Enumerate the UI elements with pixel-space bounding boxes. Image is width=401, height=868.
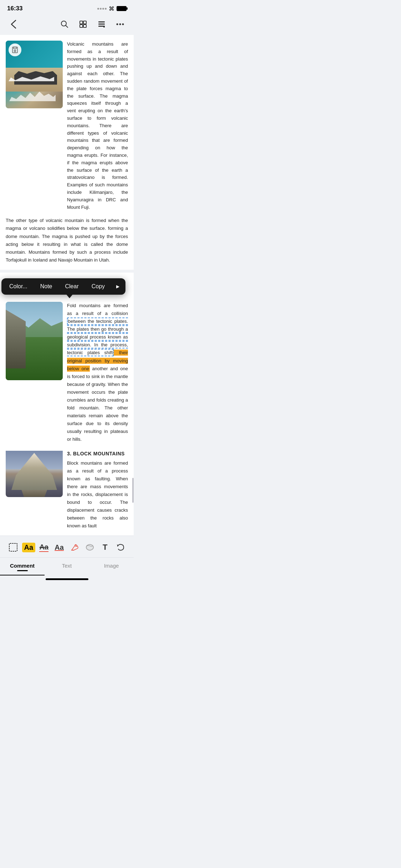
text-highlight-label: Aa [22,543,36,552]
svg-rect-5 [98,21,105,22]
status-icons: ⌘ [97,5,127,12]
tab-image[interactable]: Image [89,558,134,575]
mountain-image-container [6,302,63,444]
article-image-text-row: Volcanic mountains are formed as a resul… [6,41,128,211]
toolbar-right [58,18,127,31]
svg-point-11 [122,24,124,25]
bottom-tabs: Comment Text Image [0,557,134,575]
context-menu-area: Color... Note Clear Copy ▶ [6,278,128,300]
status-bar: 16:33 ⌘ [0,0,134,15]
text-underline-label: Aa [55,543,64,552]
context-menu-tail [66,294,73,298]
signal-dots-icon [97,8,107,10]
text-insert-button[interactable]: T [97,539,113,555]
tab-comment[interactable]: Comment [0,558,45,575]
fold-mountains-text: Fold mountains are formed as a result of… [67,302,128,444]
text-strikethrough-label: Aa [39,543,48,552]
brush-eraser-button[interactable] [67,539,82,555]
svg-rect-2 [83,21,86,24]
list-view-button[interactable] [95,18,108,31]
tab-text[interactable]: Text [45,558,89,575]
more-options-button[interactable] [114,18,127,31]
article-text-1: Volcanic mountains are formed as a resul… [67,41,128,211]
svg-rect-8 [103,26,105,27]
context-menu: Color... Note Clear Copy ▶ [1,278,125,295]
context-menu-next-button[interactable]: ▶ [111,280,124,293]
block-mountains-text: Block mountains are formed as a result o… [67,459,128,530]
undo-button[interactable] [113,539,128,555]
svg-point-16 [74,544,77,547]
article-continuation-1: The other type of volcanic mountain is f… [6,217,128,270]
scroll-indicator [132,478,134,503]
block-mountain-image-container [6,451,63,530]
svg-point-9 [117,24,118,25]
battery-icon [117,6,127,11]
block-mountains-text-area: 3. BLOCK MOUNTAINS Block mountains are f… [67,451,128,530]
article-content: Volcanic mountains are formed as a resul… [0,35,134,536]
annotation-toolbar: Aa Aa Aa T [0,536,134,557]
home-indicator-bar [46,578,88,580]
svg-point-14 [14,50,16,52]
svg-rect-3 [80,25,83,27]
article-section-1: Volcanic mountains are formed as a resul… [0,35,134,270]
text-underline-button[interactable]: Aa [52,539,67,555]
home-indicator [0,575,134,584]
context-menu-color-button[interactable]: Color... [3,278,34,295]
grid-view-button[interactable] [77,18,89,31]
header-toolbar [0,15,134,35]
article-image-container [6,41,63,211]
section-separator [0,270,134,273]
save-button[interactable] [9,43,21,56]
svg-point-18 [86,544,93,550]
mountain-valley-image [6,302,63,380]
status-time: 16:33 [7,5,22,12]
svg-rect-15 [9,543,17,551]
fold-mountains-section: Fold mountains are formed as a result of… [6,302,128,444]
svg-point-10 [119,24,121,25]
rubber-eraser-button[interactable] [82,539,97,555]
block-mountains-title: 3. BLOCK MOUNTAINS [67,451,128,456]
block-mountains-section: 3. BLOCK MOUNTAINS Block mountains are f… [6,451,128,530]
context-menu-copy-button[interactable]: Copy [85,278,111,295]
context-menu-note-button[interactable]: Note [34,278,59,295]
search-button[interactable] [58,18,71,31]
block-mountain-image [6,451,63,497]
text-strikethrough-button[interactable]: Aa [36,539,52,555]
svg-rect-1 [80,21,83,24]
text-insert-label: T [103,543,107,552]
back-button[interactable] [7,18,20,31]
svg-rect-6 [98,24,105,25]
wifi-icon: ⌘ [109,5,114,12]
context-menu-clear-button[interactable]: Clear [58,278,85,295]
select-tool-button[interactable] [6,539,21,555]
svg-rect-13 [14,47,16,49]
svg-rect-4 [83,25,86,27]
text-highlight-button[interactable]: Aa [21,539,36,555]
article-section-2: Color... Note Clear Copy ▶ [0,273,134,536]
